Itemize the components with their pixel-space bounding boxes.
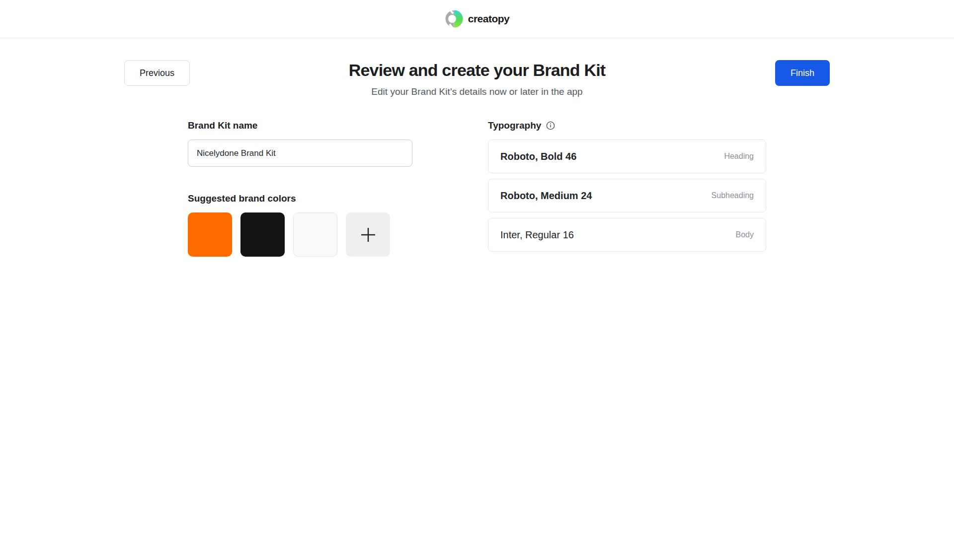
font-spec: Roboto, Medium 24 — [500, 190, 592, 202]
add-color-button[interactable] — [346, 212, 390, 257]
color-swatch-orange[interactable] — [188, 212, 232, 257]
font-role: Heading — [724, 152, 754, 161]
previous-button[interactable]: Previous — [124, 60, 190, 86]
page-subtitle: Edit your Brand Kit’s details now or lat… — [349, 85, 606, 98]
creatopy-logo-icon — [445, 9, 464, 28]
typography-label: Typography — [488, 120, 541, 131]
color-swatch-white[interactable] — [293, 212, 337, 257]
color-swatch-black[interactable] — [240, 212, 285, 257]
brand-kit-content: Brand Kit name Suggested brand colors Ty… — [188, 120, 766, 257]
font-spec: Inter, Regular 16 — [500, 229, 574, 241]
brand-kit-name-label: Brand Kit name — [188, 120, 412, 131]
title-block: Review and create your Brand Kit Edit yo… — [349, 60, 606, 98]
font-role: Subheading — [712, 191, 754, 200]
color-swatch-row — [188, 212, 412, 257]
wizard-top-row: Previous Review and create your Brand Ki… — [124, 60, 830, 98]
creatopy-logo: creatopy — [445, 9, 510, 28]
brand-kit-name-input[interactable] — [188, 140, 412, 167]
font-spec: Roboto, Bold 46 — [500, 151, 576, 162]
page-title: Review and create your Brand Kit — [349, 60, 606, 80]
typography-header: Typography — [488, 120, 766, 131]
creatopy-logo-text: creatopy — [468, 13, 510, 25]
font-role: Body — [736, 230, 754, 239]
plus-icon — [360, 226, 377, 243]
app-header: creatopy — [0, 0, 954, 38]
info-icon[interactable] — [546, 121, 555, 130]
brand-kit-left-column: Brand Kit name Suggested brand colors — [188, 120, 412, 257]
typography-card-body[interactable]: Inter, Regular 16 Body — [488, 218, 766, 252]
suggested-colors-label: Suggested brand colors — [188, 193, 412, 204]
typography-card-heading[interactable]: Roboto, Bold 46 Heading — [488, 140, 766, 173]
typography-column: Typography Roboto, Bold 46 Heading Robot… — [488, 120, 766, 257]
finish-button[interactable]: Finish — [775, 60, 830, 86]
typography-card-subheading[interactable]: Roboto, Medium 24 Subheading — [488, 179, 766, 212]
